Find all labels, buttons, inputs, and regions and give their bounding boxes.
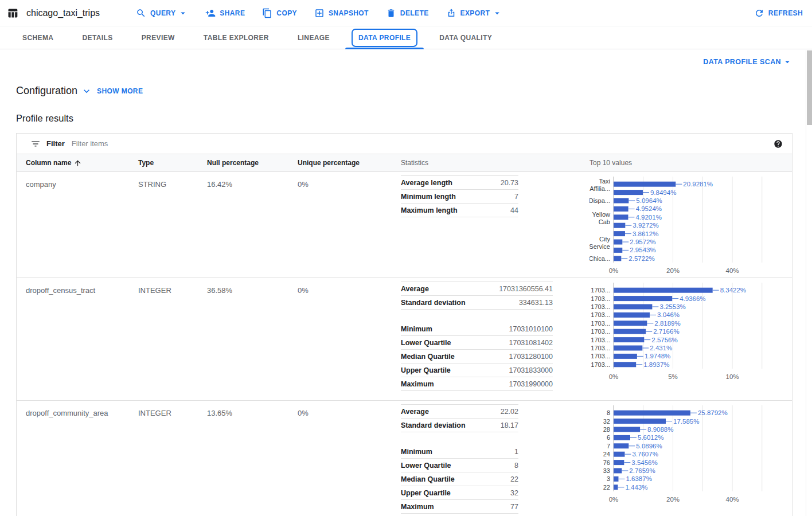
- statistic-value: 8: [514, 462, 518, 470]
- scrollbar-thumb[interactable]: [807, 50, 812, 125]
- statistic-value: 1: [514, 448, 518, 456]
- chevron-down-icon: [81, 85, 92, 97]
- cell-top-10-values: 25.8792%817.585%328.9088%285.6012%65.089…: [590, 404, 784, 506]
- cell-column-name: company: [26, 175, 138, 189]
- svg-text:0%: 0%: [609, 496, 619, 503]
- data-profile-scan-menu[interactable]: DATA PROFILE SCAN: [703, 57, 793, 67]
- statistic-value: 32: [510, 489, 518, 497]
- cell-statistics: Average22.02Standard deviation18.17Minim…: [401, 404, 590, 516]
- svg-text:Service: Service: [590, 243, 610, 250]
- tab-data-quality[interactable]: DATA QUALITY: [425, 26, 506, 49]
- statistic-value: 77: [510, 503, 518, 511]
- export-button[interactable]: EXPORT: [438, 3, 512, 24]
- svg-text:2.431%: 2.431%: [650, 345, 672, 351]
- snapshot-button[interactable]: SNAPSHOT: [306, 3, 377, 24]
- statistic-value: 22.02: [501, 408, 518, 416]
- cell-type: STRING: [138, 175, 207, 189]
- tab-schema[interactable]: SCHEMA: [8, 26, 68, 49]
- statistic-row: Standard deviation18.17: [401, 419, 518, 432]
- svg-text:1.8937%: 1.8937%: [643, 361, 669, 368]
- svg-text:7: 7: [607, 443, 610, 449]
- svg-text:76: 76: [603, 459, 610, 466]
- tab-preview[interactable]: PREVIEW: [127, 26, 189, 49]
- svg-text:2.9572%: 2.9572%: [630, 239, 655, 245]
- filter-input[interactable]: [71, 139, 768, 148]
- statistic-value: 17031833000: [509, 366, 553, 374]
- toolbar-actions: QUERYSHARECOPYSNAPSHOTDELETEEXPORT: [127, 3, 511, 24]
- export-label: EXPORT: [460, 9, 490, 17]
- svg-text:8.3422%: 8.3422%: [720, 287, 746, 294]
- svg-text:Cab: Cab: [599, 218, 610, 225]
- statistic-row: Standard deviation334631.13: [401, 296, 553, 310]
- svg-text:Chica...: Chica...: [590, 255, 610, 262]
- svg-text:2.7166%: 2.7166%: [653, 328, 679, 335]
- svg-text:4.9366%: 4.9366%: [680, 295, 705, 302]
- tab-lineage[interactable]: LINEAGE: [283, 26, 344, 49]
- copy-icon: [262, 8, 272, 18]
- svg-text:1.6387%: 1.6387%: [626, 475, 651, 482]
- filter-list-icon: [30, 139, 41, 149]
- tab-data-profile[interactable]: DATA PROFILE: [344, 26, 425, 49]
- cell-statistics: Average17031360556.41Standard deviation3…: [401, 282, 590, 400]
- statistic-row: Lower Quartile17031081402: [401, 336, 553, 350]
- cell-unique-percentage: 0%: [298, 404, 401, 417]
- tab-details[interactable]: DETAILS: [68, 26, 127, 49]
- show-more-button[interactable]: SHOW MORE: [97, 87, 143, 95]
- expand-configuration-button[interactable]: [81, 85, 92, 97]
- statistic-label: Median Quartile: [401, 475, 455, 483]
- statistic-label: Maximum: [401, 503, 434, 511]
- svg-text:6: 6: [607, 434, 610, 441]
- table-title: chicago_taxi_trips: [26, 8, 100, 18]
- svg-text:3.7607%: 3.7607%: [632, 451, 658, 458]
- statistic-row: Median Quartile22: [401, 472, 518, 486]
- delete-label: DELETE: [400, 9, 429, 17]
- cell-null-percentage: 16.42%: [207, 175, 298, 189]
- svg-text:3.2553%: 3.2553%: [659, 303, 685, 310]
- svg-text:3: 3: [607, 475, 610, 482]
- statistic-row: Lower Quartile8: [401, 459, 518, 472]
- statistic-value: 18.17: [501, 421, 518, 429]
- statistic-label: Average: [401, 408, 429, 416]
- svg-text:10%: 10%: [725, 373, 739, 380]
- refresh-button[interactable]: REFRESH: [745, 3, 803, 24]
- svg-text:24: 24: [603, 451, 610, 458]
- copy-button[interactable]: COPY: [253, 3, 306, 24]
- svg-text:2.5756%: 2.5756%: [651, 337, 677, 343]
- statistic-label: Upper Quartile: [401, 366, 451, 374]
- statistic-label: Lower Quartile: [401, 462, 451, 470]
- svg-text:3.8612%: 3.8612%: [633, 230, 658, 237]
- cell-column-name: dropoff_census_tract: [26, 282, 138, 295]
- statistic-label: Median Quartile: [401, 353, 455, 361]
- cell-unique-percentage: 0%: [298, 282, 401, 295]
- cell-unique-percentage: 0%: [298, 175, 401, 189]
- delete-button[interactable]: DELETE: [377, 3, 438, 24]
- help-button[interactable]: [774, 139, 783, 148]
- statistic-value: 334631.13: [519, 299, 553, 307]
- svg-text:2.9543%: 2.9543%: [630, 247, 655, 253]
- svg-text:4.9201%: 4.9201%: [635, 214, 661, 221]
- column-header-column-name[interactable]: Column name: [26, 159, 138, 167]
- column-header-type: Type: [138, 159, 207, 167]
- svg-text:5.6012%: 5.6012%: [638, 434, 663, 441]
- svg-text:40%: 40%: [725, 267, 739, 274]
- svg-text:20%: 20%: [666, 267, 680, 274]
- top-10-values-chart: 25.8792%817.585%328.9088%285.6012%65.089…: [590, 404, 784, 506]
- statistic-label: Minimum length: [401, 193, 456, 201]
- svg-text:1703...: 1703...: [591, 353, 610, 359]
- share-button[interactable]: SHARE: [197, 3, 253, 24]
- svg-text:8.9088%: 8.9088%: [647, 426, 673, 433]
- query-button[interactable]: QUERY: [127, 3, 197, 24]
- delete-icon: [386, 8, 396, 18]
- svg-text:8: 8: [607, 409, 610, 416]
- svg-text:3.046%: 3.046%: [657, 311, 680, 318]
- svg-text:17.585%: 17.585%: [673, 418, 699, 425]
- svg-text:0%: 0%: [609, 267, 619, 274]
- svg-text:28: 28: [603, 426, 610, 433]
- svg-text:4.9524%: 4.9524%: [636, 205, 662, 212]
- svg-text:City: City: [599, 236, 610, 243]
- svg-text:Affilia...: Affilia...: [590, 185, 610, 192]
- statistic-row: Upper Quartile32: [401, 486, 518, 500]
- svg-text:1703...: 1703...: [591, 337, 610, 343]
- statistic-row: Maximum77: [401, 500, 518, 514]
- tab-table-explorer[interactable]: TABLE EXPLORER: [189, 26, 283, 49]
